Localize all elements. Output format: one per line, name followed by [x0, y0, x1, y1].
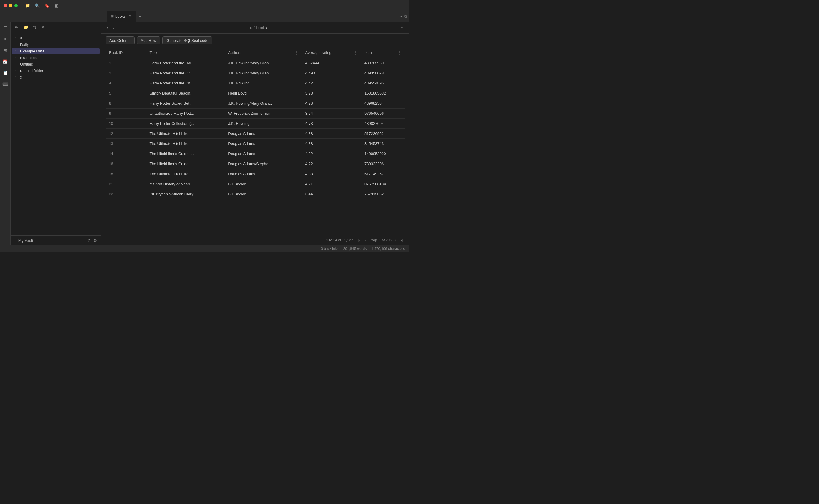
breadcrumb: x / books	[118, 25, 399, 30]
chevron-right-icon: ›	[15, 69, 18, 72]
left-panel: ☰ ⚭ ⊞ 📅 📋 ⌨ ✏ 📁 ⇅ ✕ › a › Daily	[0, 22, 101, 245]
table-row[interactable]: 9Unauthorized Harry Pott...W. Frederick …	[106, 109, 405, 119]
close-sidebar-button[interactable]: ✕	[40, 24, 46, 30]
cell-title: Harry Potter Collection (...	[146, 119, 225, 129]
cell-book-id: 16	[106, 159, 146, 169]
first-page-button[interactable]: |‹	[356, 237, 362, 243]
nav-notes-icon[interactable]: 📋	[1, 69, 9, 76]
chevron-right-icon: ›	[15, 36, 18, 40]
add-column-button[interactable]: Add Column	[106, 36, 135, 44]
sidebar-item-daily[interactable]: › Daily	[12, 42, 100, 48]
cell-rating: 4.21	[302, 179, 361, 189]
sidebar-item-untitled-folder[interactable]: › untitled folder	[12, 68, 100, 74]
nav-files-icon[interactable]: ☰	[2, 24, 8, 31]
folder-icon[interactable]: 📁	[25, 3, 30, 8]
sidebar-item-label: a	[20, 36, 22, 40]
cell-rating: 3.78	[302, 88, 361, 98]
back-button[interactable]: ‹	[106, 24, 109, 31]
col-menu-icon[interactable]: ⋮	[398, 51, 401, 55]
sidebar-toolbar: ✏ 📁 ⇅ ✕	[11, 22, 101, 33]
character-count: 1,570,106 characters	[371, 247, 405, 251]
generate-sqlseal-button[interactable]: Generate SQLSeal code	[162, 36, 212, 44]
cell-isbn: 439682584	[361, 98, 405, 109]
nav-blocks-icon[interactable]: ⊞	[2, 47, 8, 54]
cell-rating: 4.490	[302, 68, 361, 78]
sort-button[interactable]: ⇅	[32, 24, 38, 30]
table-row[interactable]: 16The Hitchhiker's Guide t...Douglas Ada…	[106, 159, 405, 169]
bookmark-icon[interactable]: 🔖	[44, 3, 50, 8]
vault-name[interactable]: ⌂ My Vault	[14, 238, 33, 243]
sidebar-item-label: untitled folder	[20, 68, 43, 73]
cell-isbn: 767915062	[361, 189, 405, 199]
cell-rating: 4.57444	[302, 58, 361, 68]
data-table: Book ID ⋮ Title ⋮ Author	[106, 47, 405, 199]
sidebar-item-example-data[interactable]: › Example Data	[12, 48, 100, 54]
add-tab-button[interactable]: +	[136, 14, 144, 19]
table-row[interactable]: 22Bill Bryson's African DiaryBill Bryson…	[106, 189, 405, 199]
cell-rating: 4.78	[302, 98, 361, 109]
cell-isbn: 439554896	[361, 78, 405, 88]
cell-isbn: 345453743	[361, 139, 405, 149]
cell-rating: 4.38	[302, 129, 361, 139]
new-folder-button[interactable]: 📁	[22, 24, 29, 30]
cell-rating: 4.73	[302, 119, 361, 129]
help-icon[interactable]: ?	[87, 238, 90, 243]
col-menu-icon[interactable]: ⋮	[295, 51, 298, 55]
cell-isbn: 517226952	[361, 129, 405, 139]
tab-books[interactable]: ⊞ books ✕	[107, 11, 136, 22]
sidebar-item-a[interactable]: › a	[12, 35, 100, 41]
table-row[interactable]: 18The Ultimate Hitchhiker'...Douglas Ada…	[106, 169, 405, 179]
table-row[interactable]: 1Harry Potter and the Hal...J.K. Rowling…	[106, 58, 405, 68]
col-menu-icon[interactable]: ⋮	[217, 51, 221, 55]
cell-authors: J.K. Rowling/Mary Gran...	[224, 68, 302, 78]
table-row[interactable]: 5Simply Beautiful Beadin...Heidi Boyd3.7…	[106, 88, 405, 98]
breadcrumb-x[interactable]: x	[250, 25, 252, 30]
sidebar-item-untitled[interactable]: › Untitled	[12, 61, 100, 67]
cell-rating: 3.74	[302, 109, 361, 119]
sidebar-item-examples[interactable]: › examples	[12, 55, 100, 61]
search-icon[interactable]: 🔍	[35, 3, 40, 8]
split-view-icon[interactable]: ⧉	[404, 15, 407, 19]
content-area: ‹ › x / books ··· Add Column Add Row Gen…	[101, 22, 409, 245]
close-button[interactable]	[4, 4, 7, 7]
table-row[interactable]: 12The Ultimate Hitchhiker'...Douglas Ada…	[106, 129, 405, 139]
table-row[interactable]: 10Harry Potter Collection (...J.K. Rowli…	[106, 119, 405, 129]
new-note-button[interactable]: ✏	[14, 24, 20, 30]
next-page-button[interactable]: ›	[393, 237, 398, 243]
sidebar-item-x[interactable]: › x	[12, 74, 100, 80]
word-count: 201,845 words	[343, 247, 367, 251]
table-row[interactable]: 14The Hitchhiker's Guide t...Douglas Ada…	[106, 149, 405, 159]
col-menu-icon[interactable]: ⋮	[354, 51, 357, 55]
nav-search-icon[interactable]: ⚭	[2, 36, 8, 43]
tabbar: ⊞ books ✕ + ▾ ⧉	[0, 11, 409, 22]
cell-book-id: 4	[106, 78, 146, 88]
cell-authors: Heidi Boyd	[224, 88, 302, 98]
maximize-button[interactable]	[14, 4, 18, 7]
tab-label: books	[115, 14, 126, 19]
settings-icon[interactable]: ⚙	[93, 238, 97, 243]
table-row[interactable]: 21A Short History of Nearl...Bill Bryson…	[106, 179, 405, 189]
forward-button[interactable]: ›	[112, 24, 116, 31]
table-row[interactable]: 13The Ultimate Hitchhiker'...Douglas Ada…	[106, 139, 405, 149]
more-options-icon[interactable]: ···	[401, 25, 405, 30]
tab-close-icon[interactable]: ✕	[129, 15, 131, 18]
table-row[interactable]: 8Harry Potter Boxed Set ...J.K. Rowling/…	[106, 98, 405, 109]
cell-isbn: 1581805632	[361, 88, 405, 98]
nav-terminal-icon[interactable]: ⌨	[1, 81, 9, 88]
table-row[interactable]: 4Harry Potter and the Ch...J.K. Rowling4…	[106, 78, 405, 88]
sidebar-item-label: Daily	[20, 42, 29, 47]
minimize-button[interactable]	[9, 4, 12, 7]
nav-calendar-icon[interactable]: 📅	[1, 58, 9, 65]
cell-book-id: 13	[106, 139, 146, 149]
layout-icon[interactable]: ▣	[54, 3, 58, 8]
col-menu-icon[interactable]: ⋮	[139, 51, 143, 55]
last-page-button[interactable]: ›|	[399, 237, 405, 243]
add-row-button[interactable]: Add Row	[137, 36, 160, 44]
table-icon: ⊞	[111, 15, 114, 18]
pagination-range: 1 to 14 of 11,127	[326, 238, 353, 242]
tabs-dropdown-icon[interactable]: ▾	[400, 15, 402, 19]
prev-page-button[interactable]: ‹	[364, 237, 368, 243]
table-row[interactable]: 2Harry Potter and the Or...J.K. Rowling/…	[106, 68, 405, 78]
cell-authors: Bill Bryson	[224, 179, 302, 189]
chevron-down-icon: ›	[15, 50, 18, 53]
